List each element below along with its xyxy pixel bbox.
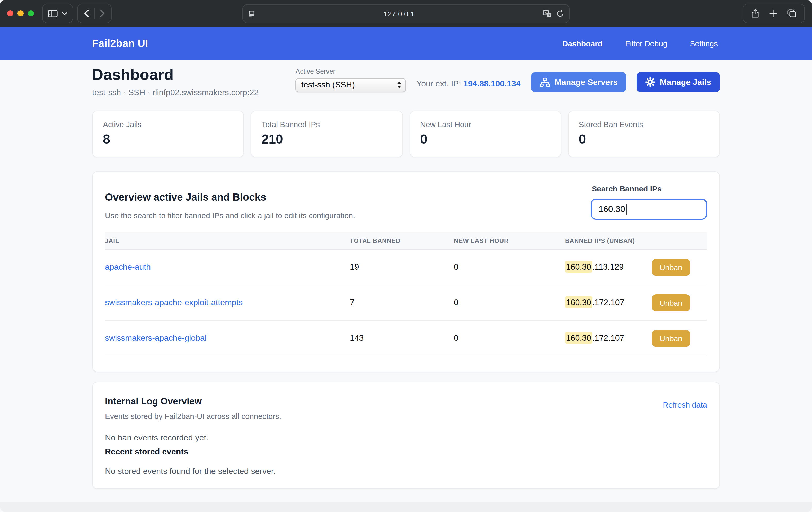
table-header: JAIL TOTAL BANNED NEW LAST HOUR BANNED I… <box>105 232 707 250</box>
search-input[interactable]: 160.30 <box>591 199 707 220</box>
unban-button[interactable]: Unban <box>652 294 690 311</box>
total-banned-value: 19 <box>350 262 454 272</box>
stat-label: Active Jails <box>103 120 233 129</box>
history-nav-group <box>77 4 112 23</box>
recent-stored-events-title: Recent stored events <box>105 447 707 456</box>
ip-search-highlight: 160.30 <box>565 261 592 273</box>
unban-button[interactable]: Unban <box>652 330 690 347</box>
no-ban-events-text: No ban events recorded yet. <box>105 433 707 443</box>
active-server-value: test-ssh (SSH) <box>301 80 397 89</box>
active-server-select[interactable]: test-ssh (SSH) <box>296 78 406 92</box>
banned-ip: 160.30.172.107 <box>565 334 624 343</box>
new-last-hour-value: 0 <box>454 298 565 307</box>
table-row: swissmakers-apache-exploit-attempts 7 0 … <box>105 285 707 320</box>
banned-ip: 160.30.113.129 <box>565 262 624 272</box>
ip-search-highlight: 160.30 <box>565 296 592 308</box>
jail-link[interactable]: apache-auth <box>105 262 151 271</box>
jail-link[interactable]: swissmakers-apache-exploit-attempts <box>105 298 243 307</box>
svg-text:A: A <box>545 10 547 15</box>
select-arrows-icon <box>397 81 402 88</box>
unban-button[interactable]: Unban <box>652 259 690 276</box>
nav-link-dashboard[interactable]: Dashboard <box>562 39 603 48</box>
reload-icon[interactable] <box>556 9 564 18</box>
gear-icon <box>645 77 655 87</box>
new-last-hour-value: 0 <box>454 262 565 272</box>
stat-label: New Last Hour <box>420 120 551 129</box>
sidebar-toggle-group[interactable] <box>42 4 73 23</box>
internal-log-card: Internal Log Overview Events stored by F… <box>92 382 720 489</box>
jails-overview-card: Overview active Jails and Blocks Use the… <box>92 171 720 372</box>
external-ip-value[interactable]: 194.88.100.134 <box>463 79 521 88</box>
total-banned-value: 7 <box>350 298 454 307</box>
address-bar[interactable]: 127.0.0.1 A <box>242 4 570 23</box>
stat-value: 0 <box>579 132 709 147</box>
nav-link-settings[interactable]: Settings <box>690 39 718 48</box>
banned-ip: 160.30.172.107 <box>565 298 624 307</box>
share-icon[interactable] <box>751 9 759 18</box>
back-icon[interactable] <box>84 9 89 18</box>
sitemap-icon <box>540 78 550 87</box>
browser-window: 127.0.0.1 A Fail2ban UI <box>0 0 812 512</box>
new-last-hour-value: 0 <box>454 334 565 343</box>
app-brand[interactable]: Fail2ban UI <box>92 37 148 49</box>
close-window-button[interactable] <box>7 10 13 17</box>
minimize-window-button[interactable] <box>18 10 24 17</box>
toolbar-right-group <box>743 4 805 23</box>
tab-overview-icon[interactable] <box>787 9 796 18</box>
stat-label: Total Banned IPs <box>262 120 392 129</box>
nav-link-filter-debug[interactable]: Filter Debug <box>625 39 667 48</box>
log-title: Internal Log Overview <box>105 396 281 407</box>
manage-servers-label: Manage Servers <box>554 78 617 87</box>
zoom-window-button[interactable] <box>28 10 34 17</box>
ip-search-highlight: 160.30 <box>565 332 592 344</box>
overview-title: Overview active Jails and Blocks <box>105 192 355 203</box>
page-subtitle: test-ssh · SSH · rlinfp02.swissmakers.co… <box>92 88 259 97</box>
log-description: Events stored by Fail2ban-UI across all … <box>105 412 281 420</box>
manage-jails-button[interactable]: Manage Jails <box>637 72 720 92</box>
total-banned-value: 143 <box>350 334 454 343</box>
page-header: Dashboard test-ssh · SSH · rlinfp02.swis… <box>92 66 720 97</box>
forward-icon[interactable] <box>100 9 105 18</box>
new-tab-icon[interactable] <box>769 9 777 17</box>
ip-rest: .172.107 <box>592 298 625 307</box>
column-header-new-last-hour: NEW LAST HOUR <box>454 237 565 244</box>
jails-table: JAIL TOTAL BANNED NEW LAST HOUR BANNED I… <box>105 232 707 356</box>
sidebar-icon[interactable] <box>48 9 58 17</box>
refresh-data-link[interactable]: Refresh data <box>663 400 707 409</box>
stat-card-total-banned: Total Banned IPs 210 <box>251 111 403 158</box>
translate-icon[interactable]: A <box>543 9 552 18</box>
stat-value: 0 <box>420 132 551 147</box>
ip-rest: .172.107 <box>592 334 625 342</box>
external-ip: Your ext. IP: 194.88.100.134 <box>416 79 521 88</box>
stat-value: 8 <box>103 132 233 147</box>
external-ip-label: Your ext. IP: <box>416 79 461 88</box>
overview-description: Use the search to filter banned IPs and … <box>105 211 355 220</box>
active-server-label: Active Server <box>296 67 406 75</box>
search-banned-ips-label: Search Banned IPs <box>592 184 662 193</box>
page-content: Dashboard test-ssh · SSH · rlinfp02.swis… <box>92 60 720 489</box>
column-header-jail: JAIL <box>105 237 350 244</box>
manage-servers-button[interactable]: Manage Servers <box>531 72 626 92</box>
chevron-down-icon[interactable] <box>62 11 67 15</box>
column-header-total-banned: TOTAL BANNED <box>350 237 454 244</box>
column-header-banned-ips: BANNED IPS (UNBAN) <box>565 237 707 244</box>
search-input-value: 160.30 <box>599 204 625 214</box>
ip-rest: .113.129 <box>592 262 624 271</box>
stat-label: Stored Ban Events <box>579 120 709 129</box>
text-caret <box>626 204 627 214</box>
stat-card-new-last-hour: New Last Hour 0 <box>409 111 561 158</box>
jail-link[interactable]: swissmakers-apache-global <box>105 334 207 342</box>
stat-card-active-jails: Active Jails 8 <box>92 111 244 158</box>
window-footer <box>0 502 812 512</box>
table-row: swissmakers-apache-global 143 0 160.30.1… <box>105 320 707 356</box>
app-navbar: Fail2ban UI Dashboard Filter Debug Setti… <box>0 27 812 60</box>
page-format-icon[interactable] <box>248 10 255 17</box>
manage-jails-label: Manage Jails <box>660 78 711 87</box>
stat-cards: Active Jails 8 Total Banned IPs 210 New … <box>92 111 720 158</box>
no-stored-events-text: No stored events found for the selected … <box>105 467 707 476</box>
browser-toolbar: 127.0.0.1 A <box>0 0 812 27</box>
divider <box>94 8 95 19</box>
stat-value: 210 <box>262 132 392 147</box>
page-title: Dashboard <box>92 66 259 83</box>
url-text[interactable]: 127.0.0.1 <box>255 9 543 18</box>
